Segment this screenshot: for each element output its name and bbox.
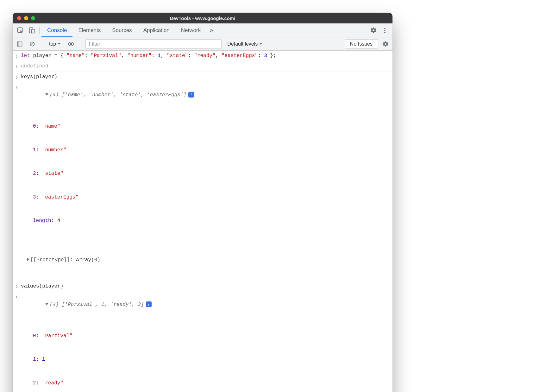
output-prompt-icon [16, 294, 18, 300]
log-levels-label: Default levels [227, 41, 258, 47]
console-input-text: values(player) [21, 282, 392, 290]
more-tabs-button[interactable]: » [206, 23, 216, 37]
array-item: 3: "easterEggs" [33, 193, 389, 201]
devtools-window: DevTools - www.google.com/ Console Eleme… [13, 13, 392, 392]
svg-point-10 [70, 43, 72, 45]
log-levels-selector[interactable]: Default levels [224, 41, 266, 47]
separator [42, 40, 42, 48]
array-item: 0: "Parzival" [33, 332, 389, 340]
console-output-row: undefined [13, 61, 392, 72]
array-item: 0: "name" [33, 123, 389, 130]
undefined-output: undefined [21, 62, 392, 70]
filter-input[interactable] [85, 39, 222, 49]
svg-line-9 [31, 42, 34, 46]
settings-gear-icon[interactable] [368, 25, 379, 36]
separator [39, 27, 40, 34]
show-console-sidebar-icon[interactable] [15, 39, 25, 49]
svg-point-5 [384, 32, 386, 33]
titlebar: DevTools - www.google.com/ [13, 13, 392, 23]
maximize-window-button[interactable] [31, 16, 35, 20]
chevron-down-icon [57, 42, 61, 46]
separator [81, 40, 81, 48]
array-length-summary: (4) [50, 302, 59, 307]
close-window-button[interactable] [17, 16, 21, 20]
array-item: 1: "number" [33, 146, 389, 154]
tab-sources[interactable]: Sources [106, 23, 137, 37]
input-prompt-icon [16, 53, 18, 59]
console-toolbar: top Default levels No Issues [13, 37, 392, 51]
panel-tabs: Console Elements Sources Application Net… [13, 23, 392, 37]
input-prompt-icon [16, 74, 18, 80]
info-badge-icon[interactable]: i [188, 92, 194, 98]
kebab-menu-icon[interactable] [379, 25, 391, 36]
minimize-window-button[interactable] [24, 16, 28, 20]
console-input-row: keys(player) [13, 72, 392, 82]
info-badge-icon[interactable]: i [146, 301, 152, 307]
output-prompt-icon [16, 63, 18, 69]
expand-triangle-icon[interactable] [27, 258, 29, 261]
output-prompt-icon [16, 84, 18, 90]
context-selector-label: top [49, 41, 56, 47]
array-length-summary: (4) [50, 92, 59, 98]
expand-triangle-icon[interactable] [45, 303, 48, 305]
console-output: let player = { "name": "Parzival", "numb… [13, 51, 392, 392]
input-prompt-icon [16, 283, 18, 289]
svg-rect-6 [17, 42, 22, 46]
console-input-text: let player = { "name": "Parzival", "numb… [21, 52, 392, 60]
expand-triangle-icon[interactable] [45, 93, 48, 96]
array-length: length: 4 [33, 217, 389, 225]
console-output-row[interactable]: (4) ['name', 'number', 'state', 'easterE… [13, 82, 392, 281]
window-controls [17, 16, 35, 20]
live-expression-eye-icon[interactable] [66, 39, 76, 49]
svg-rect-2 [32, 29, 34, 33]
clear-console-icon[interactable] [27, 39, 37, 49]
console-input-row: values(player) [13, 281, 392, 292]
svg-point-4 [384, 30, 386, 31]
array-item: 2: "state" [33, 170, 389, 178]
svg-rect-7 [17, 42, 19, 46]
context-selector[interactable]: top [47, 41, 64, 47]
svg-point-3 [384, 28, 386, 29]
console-output-row[interactable]: (4) ['Parzival', 1, 'ready', 3]i 0: "Par… [13, 292, 392, 392]
inspect-element-icon[interactable] [15, 25, 26, 36]
prototype-row[interactable]: [[Prototype]]: Array(0) [21, 256, 389, 264]
array-item: 1: 1 [33, 356, 389, 364]
chevron-down-icon [259, 42, 263, 46]
issues-label: No Issues [350, 41, 373, 47]
console-settings-gear-icon[interactable] [380, 39, 391, 49]
tab-elements[interactable]: Elements [72, 23, 106, 37]
tab-console[interactable]: Console [41, 23, 72, 37]
array-item: 2: "ready" [33, 379, 389, 387]
window-title: DevTools - www.google.com/ [13, 16, 392, 21]
console-input-row: let player = { "name": "Parzival", "numb… [13, 51, 392, 61]
tab-application[interactable]: Application [138, 23, 175, 37]
issues-button[interactable]: No Issues [345, 39, 378, 49]
console-input-text: keys(player) [21, 73, 392, 81]
tab-network[interactable]: Network [175, 23, 206, 37]
device-toolbar-icon[interactable] [26, 25, 37, 36]
